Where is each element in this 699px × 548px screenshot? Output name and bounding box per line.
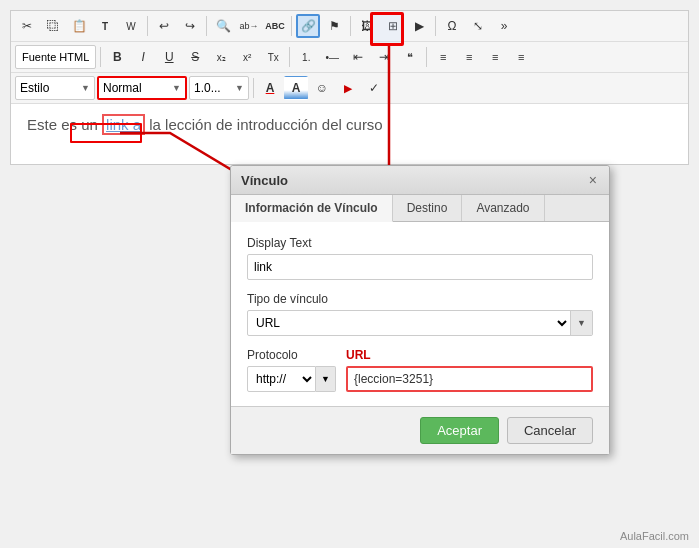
protocol-arrow[interactable]: ▼ bbox=[316, 366, 336, 392]
link-button[interactable]: 🔗 bbox=[296, 14, 320, 38]
toolbar-row-2: Fuente HTML B I U S x₂ x² Tx 1. •— ⇤ ⇥ ❝… bbox=[11, 42, 688, 73]
url-input[interactable] bbox=[346, 366, 593, 392]
separator-4 bbox=[350, 16, 351, 36]
separator-9 bbox=[253, 78, 254, 98]
ordered-list-button[interactable]: 1. bbox=[294, 45, 318, 69]
content-text-before: Este es un bbox=[27, 116, 102, 133]
tab-info-vinculo[interactable]: Información de Vínculo bbox=[231, 195, 393, 222]
url-label: URL bbox=[346, 348, 593, 362]
paste-text-button[interactable]: T bbox=[93, 14, 117, 38]
paste-button[interactable]: 📋 bbox=[67, 14, 91, 38]
unordered-list-button[interactable]: •— bbox=[320, 45, 344, 69]
justify-button[interactable]: ≡ bbox=[509, 45, 533, 69]
protocolo-label: Protocolo bbox=[247, 348, 336, 362]
separator-5 bbox=[435, 16, 436, 36]
tab-destino[interactable]: Destino bbox=[393, 195, 463, 221]
bold-button[interactable]: B bbox=[105, 45, 129, 69]
find-button[interactable]: 🔍 bbox=[211, 14, 235, 38]
separator-8 bbox=[426, 47, 427, 67]
accept-button[interactable]: Aceptar bbox=[420, 417, 499, 444]
remove-format-button[interactable]: Tx bbox=[261, 45, 285, 69]
tipo-vinculo-group: Tipo de vínculo URL Ancla en la Página D… bbox=[247, 292, 593, 336]
anchor-button[interactable]: ⚑ bbox=[322, 14, 346, 38]
paste-word-button[interactable]: W bbox=[119, 14, 143, 38]
editor-container: ✂ ⿻ 📋 T W ↩ ↪ 🔍 ab→ ABC 🔗 ⚑ 🖼 ⊞ ▶ Ω ⤡ » … bbox=[10, 10, 689, 165]
protocol-select[interactable]: http:// https:// ftp:// news:// bbox=[247, 366, 316, 392]
separator-6 bbox=[100, 47, 101, 67]
tipo-vinculo-select[interactable]: URL Ancla en la Página Dirección de E-Ma… bbox=[248, 311, 570, 335]
copy-button[interactable]: ⿻ bbox=[41, 14, 65, 38]
special-char-button[interactable]: Ω bbox=[440, 14, 464, 38]
emoticon-button[interactable]: ☺ bbox=[310, 76, 334, 100]
separator-7 bbox=[289, 47, 290, 67]
superscript-button[interactable]: x² bbox=[235, 45, 259, 69]
youtube-button[interactable]: ▶ bbox=[336, 76, 360, 100]
protocol-url-row: Protocolo http:// https:// ftp:// news:/… bbox=[247, 348, 593, 392]
spacing-select-arrow: ▼ bbox=[235, 83, 244, 93]
dialog-tabs: Información de Vínculo Destino Avanzado bbox=[231, 195, 609, 222]
dialog-title: Vínculo bbox=[241, 173, 288, 188]
spellcheck-button[interactable]: ABC bbox=[263, 14, 287, 38]
subscript-button[interactable]: x₂ bbox=[209, 45, 233, 69]
toolbar-row-1: ✂ ⿻ 📋 T W ↩ ↪ 🔍 ab→ ABC 🔗 ⚑ 🖼 ⊞ ▶ Ω ⤡ » bbox=[11, 11, 688, 42]
protocol-group: Protocolo http:// https:// ftp:// news:/… bbox=[247, 348, 336, 392]
display-text-group: Display Text bbox=[247, 236, 593, 280]
outdent-button[interactable]: ⇤ bbox=[346, 45, 370, 69]
strikethrough-button[interactable]: S bbox=[183, 45, 207, 69]
tipo-vinculo-label: Tipo de vínculo bbox=[247, 292, 593, 306]
indent-button[interactable]: ⇥ bbox=[372, 45, 396, 69]
dialog-header: Vínculo × bbox=[231, 166, 609, 195]
align-left-button[interactable]: ≡ bbox=[431, 45, 455, 69]
branding: AulaFacil.com bbox=[620, 530, 689, 542]
display-text-label: Display Text bbox=[247, 236, 593, 250]
tipo-select-arrow: ▼ bbox=[570, 311, 592, 335]
separator-1 bbox=[147, 16, 148, 36]
vinculo-dialog: Vínculo × Información de Vínculo Destino… bbox=[230, 165, 610, 455]
cancel-button[interactable]: Cancelar bbox=[507, 417, 593, 444]
separator-3 bbox=[291, 16, 292, 36]
bg-color-button[interactable]: A bbox=[284, 76, 308, 100]
url-group: URL bbox=[346, 348, 593, 392]
content-text-after: la lección de introducción del curso bbox=[145, 116, 383, 133]
normal-select-arrow: ▼ bbox=[172, 83, 181, 93]
cut-button[interactable]: ✂ bbox=[15, 14, 39, 38]
toolbar-row-3: Estilo ▼ Normal ▼ 1.0... ▼ A A ☺ ▶ ✓ bbox=[11, 73, 688, 104]
separator-2 bbox=[206, 16, 207, 36]
tab-avanzado[interactable]: Avanzado bbox=[462, 195, 544, 221]
undo-button[interactable]: ↩ bbox=[152, 14, 176, 38]
underline-button[interactable]: U bbox=[157, 45, 181, 69]
image-button[interactable]: 🖼 bbox=[355, 14, 379, 38]
fuente-html-button[interactable]: Fuente HTML bbox=[15, 45, 96, 69]
more-button[interactable]: » bbox=[492, 14, 516, 38]
redo-button[interactable]: ↪ bbox=[178, 14, 202, 38]
align-center-button[interactable]: ≡ bbox=[457, 45, 481, 69]
dialog-close-button[interactable]: × bbox=[587, 172, 599, 188]
normal-select[interactable]: Normal ▼ bbox=[97, 76, 187, 100]
media-button[interactable]: ▶ bbox=[407, 14, 431, 38]
protocol-select-row: http:// https:// ftp:// news:// ▼ bbox=[247, 366, 336, 392]
table-button[interactable]: ⊞ bbox=[381, 14, 405, 38]
fullscreen-button[interactable]: ⤡ bbox=[466, 14, 490, 38]
dialog-footer: Aceptar Cancelar bbox=[231, 406, 609, 454]
italic-button[interactable]: I bbox=[131, 45, 155, 69]
spacing-select[interactable]: 1.0... ▼ bbox=[189, 76, 249, 100]
display-text-input[interactable] bbox=[247, 254, 593, 280]
style-select[interactable]: Estilo ▼ bbox=[15, 76, 95, 100]
dialog-body: Display Text Tipo de vínculo URL Ancla e… bbox=[231, 222, 609, 406]
content-link[interactable]: link a bbox=[102, 114, 145, 135]
content-area: Este es un link a la lección de introduc… bbox=[11, 104, 688, 164]
checkmark-button[interactable]: ✓ bbox=[362, 76, 386, 100]
align-right-button[interactable]: ≡ bbox=[483, 45, 507, 69]
style-select-arrow: ▼ bbox=[81, 83, 90, 93]
blockquote-button[interactable]: ❝ bbox=[398, 45, 422, 69]
font-color-button[interactable]: A bbox=[258, 76, 282, 100]
replace-button[interactable]: ab→ bbox=[237, 14, 261, 38]
